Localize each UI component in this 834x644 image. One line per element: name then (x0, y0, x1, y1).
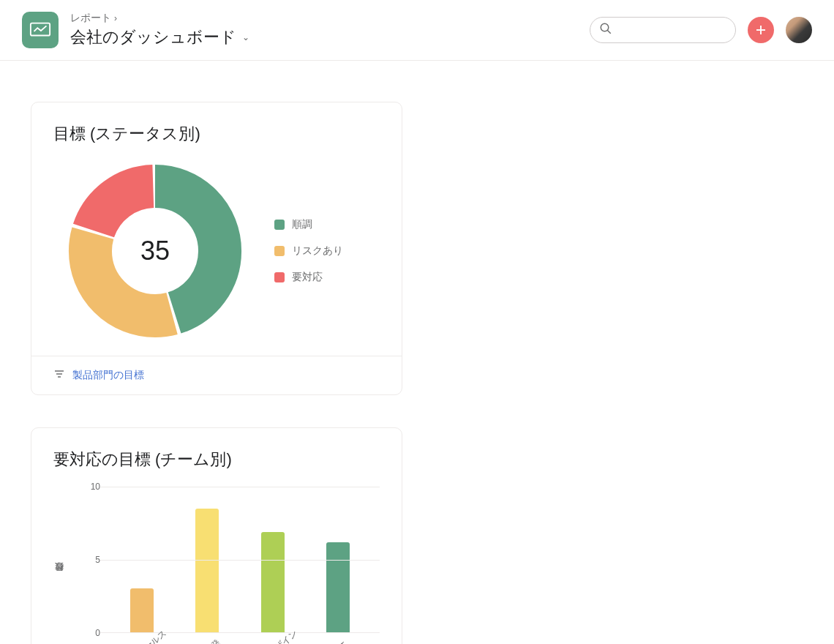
report-app-icon (22, 12, 59, 48)
page-title-text: 会社のダッシュボード (70, 26, 236, 48)
filter-icon (53, 368, 65, 383)
legend-item: 順調 (274, 218, 343, 231)
header-titles: レポート › 会社のダッシュボード ⌄ (70, 12, 578, 48)
search-input[interactable] (618, 24, 746, 36)
card-footer: 製品部門の目標 (31, 356, 402, 394)
x-label: デザイン (266, 634, 305, 644)
bar (326, 542, 350, 632)
legend-label: リスクあり (292, 244, 343, 258)
card-goals-attention-by-team: 要対応の目標 (チーム別) 目標数 0510 セールス開発デザインIT 会社の目… (31, 427, 402, 644)
legend: 順調リスクあり要対応 (274, 218, 343, 284)
legend-swatch (274, 272, 285, 282)
svg-point-1 (601, 23, 609, 31)
bar-chart: 目標数 0510 セールス開発デザインIT (53, 487, 380, 644)
bar (130, 588, 154, 632)
y-tick: 0 (95, 628, 100, 638)
header: レポート › 会社のダッシュボード ⌄ (0, 0, 834, 61)
card-title: 要対応の目標 (チーム別) (53, 449, 380, 471)
donut-chart: 35 (65, 161, 245, 341)
legend-item: リスクあり (274, 244, 343, 258)
bar (195, 509, 219, 632)
x-label: IT (331, 634, 370, 644)
y-tick: 10 (91, 482, 100, 492)
content: 目標 (ステータス別) 35 順調リスクあり要対応 製品部門の目標 要対応の目標… (0, 61, 834, 644)
search-icon (599, 22, 612, 38)
chevron-right-icon: › (114, 13, 117, 23)
svg-line-2 (607, 30, 611, 34)
legend-swatch (274, 220, 285, 230)
breadcrumb[interactable]: レポート › (70, 12, 578, 25)
chevron-down-icon: ⌄ (242, 32, 249, 42)
x-label: 開発 (200, 634, 239, 644)
x-label: セールス (135, 634, 174, 644)
card-goals-by-status: 目標 (ステータス別) 35 順調リスクあり要対応 製品部門の目標 (31, 102, 402, 395)
legend-label: 要対応 (292, 271, 323, 284)
card-title: 目標 (ステータス別) (53, 123, 380, 145)
donut-total: 35 (65, 161, 245, 341)
grid-line (100, 487, 380, 487)
bar (261, 532, 285, 632)
filter-link[interactable]: 製品部門の目標 (72, 369, 144, 382)
legend-label: 順調 (292, 218, 312, 231)
grid-line (100, 632, 380, 633)
grid-line (100, 560, 380, 561)
legend-item: 要対応 (274, 271, 343, 284)
y-tick: 5 (95, 555, 100, 565)
add-button[interactable] (748, 17, 774, 43)
search-field[interactable] (590, 17, 736, 43)
legend-swatch (274, 246, 285, 256)
avatar[interactable] (786, 17, 812, 43)
page-title[interactable]: 会社のダッシュボード ⌄ (70, 26, 578, 48)
breadcrumb-label: レポート (70, 12, 111, 25)
